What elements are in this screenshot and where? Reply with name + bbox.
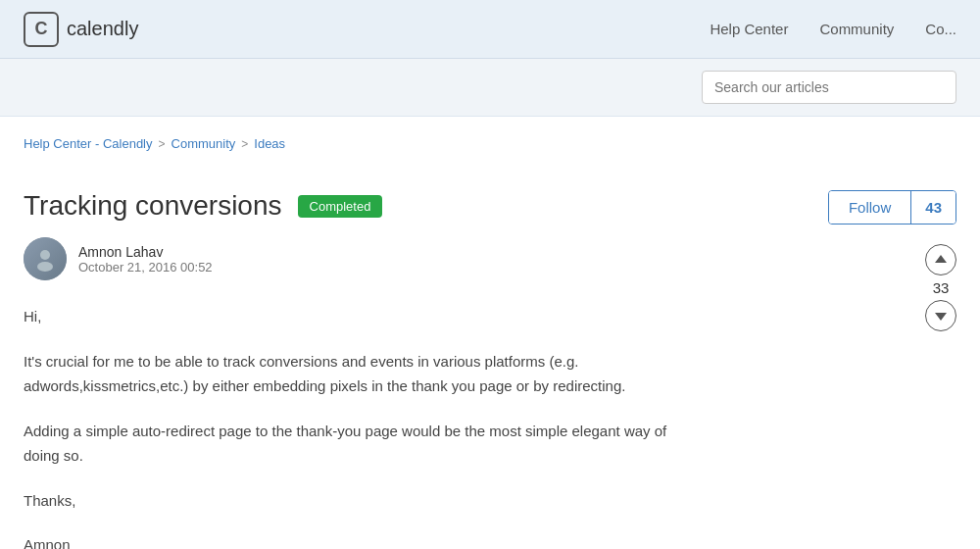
body-para-1: Hi, bbox=[24, 304, 678, 329]
title-row: Tracking conversions Completed bbox=[24, 190, 678, 222]
breadcrumb-help[interactable]: Help Center - Calendly bbox=[24, 136, 153, 151]
vote-area: 33 bbox=[925, 244, 956, 331]
author-date: October 21, 2016 00:52 bbox=[78, 260, 213, 274]
body-para-2: It's crucial for me to be able to track … bbox=[24, 349, 678, 399]
avatar-image bbox=[24, 237, 67, 280]
search-input[interactable] bbox=[702, 71, 956, 104]
logo-icon: C bbox=[24, 12, 59, 47]
breadcrumb-community[interactable]: Community bbox=[172, 136, 236, 151]
article-title: Tracking conversions bbox=[24, 190, 282, 222]
nav-community[interactable]: Community bbox=[819, 21, 894, 37]
right-sidebar: Follow 43 33 bbox=[702, 167, 956, 549]
nav-help-center[interactable]: Help Center bbox=[710, 21, 788, 37]
body-para-3: Adding a simple auto-redirect page to th… bbox=[24, 419, 678, 469]
status-badge: Completed bbox=[298, 195, 383, 218]
breadcrumb-ideas[interactable]: Ideas bbox=[254, 136, 285, 151]
breadcrumb-sep-1: > bbox=[159, 137, 166, 151]
svg-point-0 bbox=[40, 250, 50, 260]
logo-name: calendly bbox=[67, 18, 138, 40]
header: C calendly Help Center Community Co... bbox=[0, 0, 980, 59]
follow-count: 43 bbox=[910, 191, 956, 224]
vote-up-button[interactable] bbox=[925, 244, 956, 275]
breadcrumb: Help Center - Calendly > Community > Ide… bbox=[24, 117, 956, 167]
svg-point-1 bbox=[37, 262, 53, 272]
vote-down-button[interactable] bbox=[925, 300, 956, 331]
content-wrapper: Tracking conversions Completed Amnon Lah… bbox=[24, 167, 956, 549]
nav-contact[interactable]: Co... bbox=[925, 21, 956, 37]
nav-links: Help Center Community Co... bbox=[710, 21, 956, 37]
follow-button[interactable]: Follow bbox=[829, 191, 910, 224]
author-name: Amnon Lahav bbox=[78, 244, 213, 260]
breadcrumb-sep-2: > bbox=[241, 137, 248, 151]
follow-button-group: Follow 43 bbox=[828, 190, 956, 225]
body-para-4: Thanks, bbox=[24, 488, 678, 514]
vote-count: 33 bbox=[933, 279, 950, 296]
author-info: Amnon Lahav October 21, 2016 00:52 bbox=[78, 244, 213, 274]
article-area: Tracking conversions Completed Amnon Lah… bbox=[24, 167, 678, 549]
author-row: Amnon Lahav October 21, 2016 00:52 bbox=[24, 237, 678, 280]
avatar bbox=[24, 237, 67, 280]
body-para-5: Amnon bbox=[24, 532, 678, 549]
article-body: Hi, It's crucial for me to be able to tr… bbox=[24, 304, 678, 549]
logo-area: C calendly bbox=[24, 12, 710, 47]
